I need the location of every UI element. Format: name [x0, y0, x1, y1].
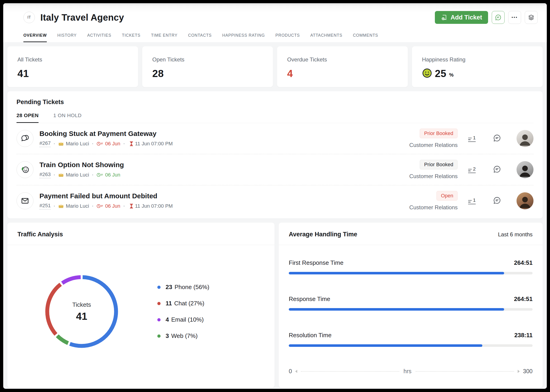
handling-time-title: Average Handling Time: [289, 231, 357, 238]
range-filter[interactable]: Last 6 months: [498, 231, 533, 238]
axis-right-arrow-icon: [518, 370, 520, 373]
legend-item: 3 Web (7%): [157, 332, 209, 340]
ticket-due: 11 Jun 07:00 PM: [135, 141, 173, 147]
stat-label: Open Tickets: [152, 56, 263, 63]
main-tab[interactable]: TICKETS: [122, 33, 140, 42]
ticket-meta: #263 Mario Luci: [39, 171, 396, 178]
thread-count[interactable]: 1: [468, 198, 476, 204]
sla-clock-icon: [96, 141, 103, 146]
tab-onhold-tickets[interactable]: 1 ON HOLD: [53, 112, 81, 123]
ticket-id[interactable]: #251: [39, 203, 51, 210]
legend-dot-icon: [157, 318, 161, 321]
status-badge: Prior Booked: [420, 160, 458, 169]
ticket-title[interactable]: Payment Failed but Amount Debited: [39, 192, 396, 200]
ticket-agent: Mario Luci: [66, 141, 89, 147]
ticket-team: Customer Relations: [396, 173, 458, 180]
ticket-chat-button[interactable]: [493, 165, 501, 175]
traffic-legend: 23 Phone (56%) 11 Chat (27%) 4 Email (10…: [157, 284, 209, 340]
legend-label: Phone (56%): [175, 284, 209, 291]
axis-unit: hrs: [403, 368, 411, 375]
legend-count: 3: [166, 332, 169, 340]
layers-button[interactable]: [525, 11, 538, 24]
assignee-avatar: [516, 161, 534, 178]
ticket-row[interactable]: Payment Failed but Amount Debited #251 M…: [16, 185, 534, 216]
ticket-id[interactable]: #267: [39, 140, 51, 147]
main-tab[interactable]: COMMENTS: [353, 33, 378, 42]
ticket-title[interactable]: Booking Stuck at Payment Gateway: [39, 130, 396, 138]
tab-open-tickets[interactable]: 28 OPEN: [16, 112, 39, 123]
main-tab[interactable]: PRODUCTS: [275, 33, 300, 42]
crown-icon: [58, 141, 64, 146]
axis-max: 300: [523, 368, 533, 375]
ticket-created: 06 Jun: [105, 172, 120, 178]
legend-dot-icon: [157, 286, 161, 289]
ticket-id[interactable]: #263: [39, 171, 51, 178]
happy-smiley-icon: [422, 68, 432, 79]
legend-dot-icon: [157, 335, 161, 338]
ticket-row[interactable]: Train Option Not Showing #263 Mario Luci: [16, 154, 534, 185]
legend-count: 23: [166, 284, 172, 291]
ticket-chat-button[interactable]: [493, 134, 501, 143]
thread-count[interactable]: 2: [468, 166, 476, 173]
traffic-analysis-title: Traffic Analysis: [17, 231, 63, 238]
crown-icon: [58, 204, 64, 208]
bar-track: [289, 344, 533, 347]
handling-bars: First Response Time 264:51 Response Time…: [289, 259, 533, 347]
status-badge: Open: [437, 191, 458, 201]
ellipsis-icon: •••: [512, 15, 518, 20]
channel-circle: [16, 161, 34, 178]
main-tab[interactable]: HISTORY: [57, 33, 77, 42]
main-tab[interactable]: ATTACHMENTS: [310, 33, 342, 42]
layers-icon: [528, 14, 535, 21]
main-tabs: OVERVIEW HISTORY ACTIVITIES TICKETS TIME…: [23, 33, 538, 42]
thread-number: 1: [473, 198, 476, 203]
add-ticket-icon: [441, 14, 448, 21]
thread-count[interactable]: 1: [468, 135, 476, 142]
main-tab[interactable]: CONTACTS: [188, 33, 212, 42]
bar-track: [289, 308, 533, 311]
stats-row: All Tickets 41 Open Tickets: [3, 42, 547, 87]
legend-label: Email (10%): [171, 316, 204, 323]
ticket-chat-button[interactable]: [493, 196, 501, 206]
stat-card[interactable]: Happiness Rating 25 %: [412, 46, 543, 87]
main-tab[interactable]: OVERVIEW: [23, 33, 47, 42]
stat-card[interactable]: Overdue Tickets 4: [277, 46, 408, 87]
main-tab[interactable]: ACTIVITIES: [87, 33, 111, 42]
thread-number: 1: [473, 135, 476, 140]
stat-label: All Tickets: [17, 56, 128, 63]
legend-item: 11 Chat (27%): [157, 300, 209, 307]
legend-dot-icon: [157, 302, 161, 305]
donut-center-value: 41: [76, 311, 87, 322]
bar-fill: [289, 344, 482, 347]
stat-card[interactable]: All Tickets 41: [7, 46, 138, 87]
sla-clock-icon: [96, 203, 103, 209]
sla-clock-icon: [96, 172, 103, 177]
ticket-meta: #267 Mario Luci: [39, 140, 396, 147]
stat-value: 25: [435, 68, 446, 79]
ticket-row[interactable]: Booking Stuck at Payment Gateway #267 Ma…: [16, 123, 534, 154]
stat-value: 41: [17, 68, 29, 79]
bar-label: Response Time: [289, 295, 330, 303]
pending-tickets-panel: Pending Tickets 28 OPEN 1 ON HOLD: [7, 91, 543, 218]
add-ticket-button[interactable]: Add Ticket: [435, 11, 488, 24]
ticket-title[interactable]: Train Option Not Showing: [39, 161, 396, 169]
traffic-analysis-panel: Traffic Analysis Tickets 41 23 Phone (56…: [7, 223, 275, 388]
ticket-team: Customer Relations: [396, 204, 458, 211]
main-tab[interactable]: TIME ENTRY: [151, 33, 177, 42]
bar-fill: [289, 308, 504, 311]
axis-min: 0: [289, 368, 292, 375]
stat-card[interactable]: Open Tickets 28: [142, 46, 273, 87]
chat-button[interactable]: [492, 11, 505, 24]
more-button[interactable]: •••: [508, 11, 521, 24]
legend-item: 23 Phone (56%): [157, 284, 209, 291]
ticket-due: 11 Jun 07:00 PM: [135, 203, 173, 209]
crown-icon: [58, 173, 64, 177]
main-tab[interactable]: HAPPINESS RATING: [222, 33, 265, 42]
account-avatar: IT: [23, 12, 35, 23]
ticket-meta: #251 Mario Luci: [39, 203, 396, 210]
chat-bubbles-icon: [20, 134, 30, 143]
app-window: IT Italy Travel Agency Add Ticket: [3, 3, 547, 389]
channel-circle: [16, 192, 34, 209]
pending-tickets-title: Pending Tickets: [16, 98, 534, 106]
ticket-created: 06 Jun: [105, 203, 120, 209]
